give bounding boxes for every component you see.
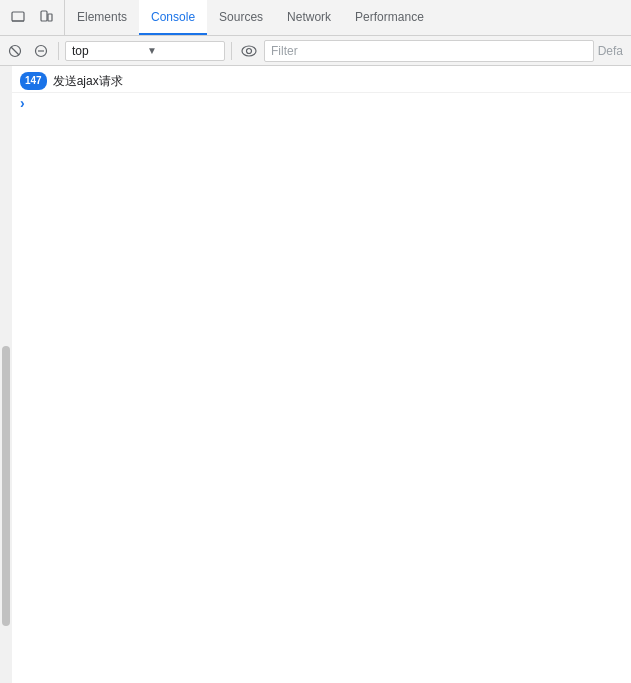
toolbar-divider-2 [231,42,232,60]
context-selector-arrow: ▼ [147,45,218,56]
clear-console-button[interactable] [4,40,26,62]
svg-rect-3 [48,14,52,21]
svg-rect-2 [41,11,47,21]
console-entry-0: 147 发送ajax请求 [12,70,631,93]
console-badge-0: 147 [20,72,47,90]
inspect-element-button[interactable] [6,6,30,30]
tab-elements[interactable]: Elements [65,0,139,35]
toolbar-divider-1 [58,42,59,60]
context-selector[interactable]: top ▼ [65,41,225,61]
main-content: 147 发送ajax请求 › [0,66,631,683]
scrollbar-thumb[interactable] [2,346,10,626]
live-expressions-button[interactable] [238,40,260,62]
filter-input[interactable] [264,40,594,62]
filter-button[interactable] [30,40,52,62]
svg-point-9 [247,48,252,53]
tab-console[interactable]: Console [139,0,207,35]
console-toolbar: top ▼ Defa [0,36,631,66]
devtools-icons [0,0,65,35]
svg-rect-0 [12,12,24,21]
tab-sources[interactable]: Sources [207,0,275,35]
console-expander-0[interactable]: › [12,93,631,113]
tab-network[interactable]: Network [275,0,343,35]
scrollbar-track[interactable] [0,66,12,683]
device-toolbar-button[interactable] [34,6,58,30]
console-output: 147 发送ajax请求 › [12,66,631,683]
tabs-container: Elements Console Sources Network Perform… [65,0,631,35]
tab-performance[interactable]: Performance [343,0,436,35]
expand-arrow-icon: › [20,95,25,111]
svg-point-8 [242,46,256,56]
svg-line-5 [11,47,19,55]
default-levels-label: Defa [598,44,627,58]
tab-bar: Elements Console Sources Network Perform… [0,0,631,36]
console-message-0: 发送ajax请求 [53,72,123,90]
